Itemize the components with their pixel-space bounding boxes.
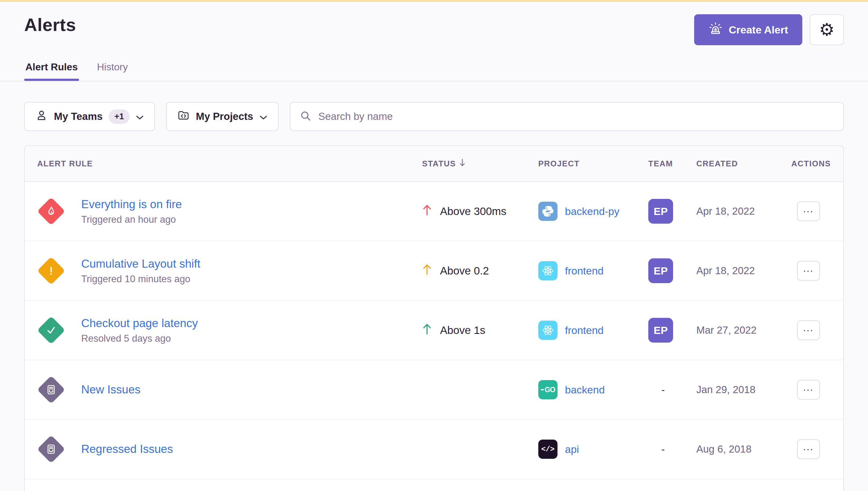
react-icon [538, 261, 558, 280]
project-link[interactable]: backend [565, 384, 605, 396]
arrow-up-icon [422, 263, 432, 279]
react-icon [538, 321, 558, 340]
team-badge: EP [648, 199, 673, 224]
column-header-alert-rule[interactable]: ALERT RULE [25, 159, 413, 169]
table-row: Checkout page latency Resolved 5 days ag… [25, 301, 843, 360]
chevron-down-icon [136, 111, 144, 122]
table-row: Cumulative Layout shift Triggered 10 min… [25, 241, 843, 301]
alert-rule-link[interactable]: Everything is on fire [81, 197, 182, 211]
status-label: Above 1s [440, 324, 485, 337]
project-link[interactable]: api [565, 443, 579, 455]
page-header: Alerts Create Alert ⚙ [24, 2, 844, 45]
chevron-down-icon [259, 111, 268, 122]
alert-rule-subtitle: Triggered an hour ago [81, 214, 182, 225]
column-header-team[interactable]: TEAM [639, 159, 687, 169]
go-icon: GO [538, 380, 558, 399]
teams-count-badge: +1 [109, 109, 130, 124]
created-date: Mar 27, 2022 [687, 324, 769, 336]
tab-history[interactable]: History [96, 59, 129, 81]
team-badge: EP [648, 318, 673, 343]
status-label: Above 0.2 [440, 264, 489, 277]
alert-rule-subtitle: Resolved 5 days ago [81, 333, 198, 344]
issues-diamond-icon [37, 376, 65, 404]
alert-rule-link[interactable]: New Issues [81, 382, 140, 397]
table-row: Regressed Issues </> api - Aug 6, 2018 .… [25, 420, 843, 479]
warning-diamond-icon [37, 257, 65, 285]
my-projects-label: My Projects [196, 111, 253, 122]
search-box [290, 102, 844, 131]
team-empty: - [648, 384, 687, 396]
alert-rule-link[interactable]: Regressed Issues [81, 442, 173, 456]
row-actions-button[interactable]: ... [797, 380, 820, 400]
search-input[interactable] [318, 111, 834, 122]
create-alert-label: Create Alert [729, 24, 788, 36]
my-projects-filter-button[interactable]: My Projects [166, 102, 279, 131]
alert-rules-table: ALERT RULE STATUS PROJECT TEAM CREATED A… [24, 145, 844, 491]
filter-bar: My Teams +1 My Projects [24, 102, 844, 131]
created-date: Jan 29, 2018 [687, 384, 769, 396]
search-icon [300, 110, 311, 123]
created-date: Aug 6, 2018 [687, 443, 769, 455]
table-row-partial [25, 479, 843, 491]
table-row: Everything is on fire Triggered an hour … [25, 182, 843, 241]
alert-rule-link[interactable]: Checkout page latency [81, 316, 198, 330]
python-icon [538, 202, 558, 221]
project-link[interactable]: frontend [565, 265, 604, 277]
row-actions-button[interactable]: ... [797, 201, 820, 221]
row-actions-button[interactable]: ... [797, 439, 820, 459]
column-header-created[interactable]: CREATED [687, 159, 769, 169]
table-body: Everything is on fire Triggered an hour … [25, 182, 843, 491]
sort-arrow-down-icon [459, 158, 466, 169]
page-title: Alerts [24, 14, 76, 35]
check-diamond-icon [37, 316, 65, 344]
siren-icon [708, 21, 723, 38]
arrow-up-icon [422, 204, 432, 219]
project-link[interactable]: frontend [565, 324, 604, 337]
column-header-status[interactable]: STATUS [413, 158, 529, 169]
arrow-up-icon [422, 322, 432, 338]
table-header-row: ALERT RULE STATUS PROJECT TEAM CREATED A… [25, 146, 843, 182]
issues-diamond-icon [37, 435, 65, 463]
user-icon [35, 109, 48, 124]
column-header-actions: ACTIONS [769, 159, 843, 169]
code-icon: </> [538, 440, 558, 459]
column-header-project[interactable]: PROJECT [529, 159, 639, 169]
tab-alert-rules[interactable]: Alert Rules [24, 59, 79, 81]
created-date: Apr 18, 2022 [687, 265, 769, 277]
alert-rule-subtitle: Triggered 10 minutes ago [81, 273, 200, 285]
settings-button[interactable]: ⚙ [810, 14, 844, 45]
team-empty: - [648, 443, 687, 455]
alerts-page: Alerts Create Alert ⚙ [0, 2, 868, 491]
tab-bar: Alert Rules History [0, 59, 868, 82]
alert-rule-link[interactable]: Cumulative Layout shift [81, 257, 200, 271]
my-teams-filter-button[interactable]: My Teams +1 [24, 102, 155, 131]
table-row: New Issues GO backend - Jan 29, 2018 ... [25, 360, 843, 420]
project-link[interactable]: backend-py [565, 205, 619, 218]
my-teams-label: My Teams [54, 111, 103, 122]
team-badge: EP [648, 258, 673, 283]
create-alert-button[interactable]: Create Alert [694, 14, 802, 45]
fire-diamond-icon [37, 197, 65, 225]
status-label: Above 300ms [440, 205, 506, 218]
gear-icon: ⚙ [819, 21, 835, 38]
row-actions-button[interactable]: ... [797, 320, 820, 340]
header-actions: Create Alert ⚙ [694, 14, 844, 45]
created-date: Apr 18, 2022 [687, 205, 769, 217]
projects-icon [177, 109, 190, 124]
row-actions-button[interactable]: ... [797, 261, 820, 281]
